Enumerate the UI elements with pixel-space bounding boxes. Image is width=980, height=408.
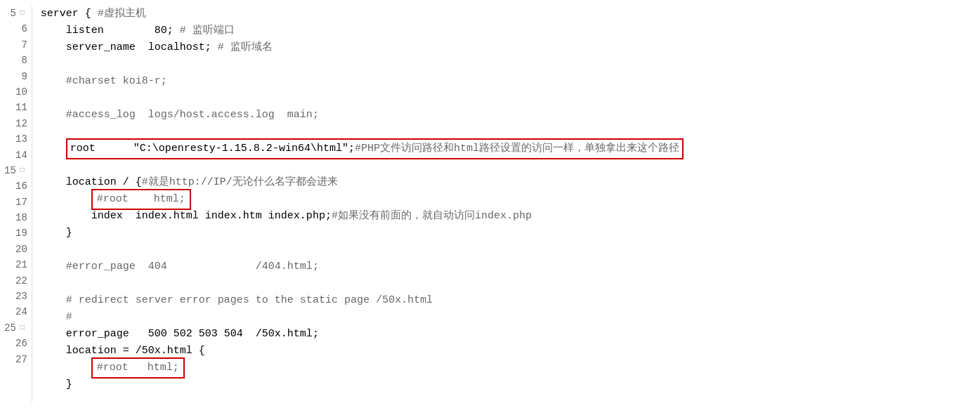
line-num-25: 25 □ [4, 320, 27, 336]
line-num-9: 9 [4, 69, 27, 84]
line-num-18: 18 [4, 210, 27, 225]
code-text-9: #charset koi8-r; [41, 73, 167, 90]
line-num-6: 6 [4, 21, 27, 37]
code-line-27: } [41, 376, 980, 393]
code-line-23: # [41, 309, 980, 326]
line-num-8: 8 [4, 53, 27, 68]
line-num-17: 17 [4, 195, 27, 210]
line-num-26: 26 [4, 336, 27, 351]
code-editor: 5 □ 6 7 8 9 10 11 12 13 14 15 □ 16 17 18… [0, 0, 980, 408]
line-number-gutter: 5 □ 6 7 8 9 10 11 12 13 14 15 □ 16 17 18… [0, 6, 32, 402]
code-line-26: #root html; [41, 360, 980, 376]
code-text-13-boxed: root "C:\openresty-1.15.8.2-win64\html";… [66, 138, 684, 159]
code-text-16-prefix [41, 191, 91, 208]
line-num-7: 7 [4, 37, 27, 53]
fold-icon-25[interactable]: □ [18, 323, 27, 333]
code-line-5: server { #虚拟主机 [41, 6, 980, 22]
line-num-11: 11 [4, 100, 27, 115]
code-line-13: root "C:\openresty-1.15.8.2-win64\html";… [41, 140, 980, 157]
line-num-16: 16 [4, 178, 27, 194]
code-line-22: # redirect server error pages to the sta… [41, 292, 980, 309]
line-num-19: 19 [4, 225, 27, 241]
code-text-16-boxed: #root html; [91, 189, 191, 210]
line-num-24: 24 [4, 304, 27, 320]
code-line-9: #charset koi8-r; [41, 73, 980, 90]
code-line-8 [41, 56, 980, 73]
code-text-26-prefix [41, 360, 91, 376]
code-content: server { #虚拟主机 listen 80; # 监听端口 server_… [38, 6, 980, 402]
code-text-20: #error_page 404 /404.html; [41, 258, 319, 275]
code-line-6: listen 80; # 监听端口 [41, 22, 980, 39]
code-line-19 [41, 242, 980, 258]
code-line-24: error_page 500 502 503 504 /50x.html; [41, 326, 980, 343]
code-text-23: # [41, 309, 72, 326]
code-text-27: } [41, 376, 72, 393]
code-text-22: # redirect server error pages to the sta… [41, 292, 433, 309]
code-line-17: index index.html index.htm index.php;#如果… [41, 208, 980, 225]
code-line-10 [41, 90, 980, 107]
code-text-6: listen 80; # 监听端口 [41, 22, 235, 39]
fold-icon-5[interactable]: □ [18, 8, 27, 18]
code-line-18: } [41, 225, 980, 242]
code-line-21 [41, 275, 980, 292]
code-line-7: server_name localhost; # 监听域名 [41, 39, 980, 56]
line-num-14: 14 [4, 147, 27, 163]
line-num-21: 21 [4, 257, 27, 272]
line-num-23: 23 [4, 289, 27, 304]
code-text-17: index index.html index.htm index.php;#如果… [41, 208, 532, 225]
line-num-27: 27 [4, 352, 27, 367]
code-text-5: server { #虚拟主机 [41, 6, 146, 22]
code-line-20: #error_page 404 /404.html; [41, 258, 980, 275]
line-num-10: 10 [4, 84, 27, 100]
code-text-7: server_name localhost; # 监听域名 [41, 39, 273, 56]
code-text-13-prefix [41, 140, 66, 157]
line-num-22: 22 [4, 273, 27, 289]
line-num-20: 20 [4, 242, 27, 257]
line-num-13: 13 [4, 131, 27, 147]
line-num-5: 5 □ [4, 6, 27, 21]
code-text-26-boxed: #root html; [91, 357, 185, 379]
line-num-12: 12 [4, 116, 27, 131]
code-line-14 [41, 157, 980, 174]
fold-icon-15[interactable]: □ [18, 166, 27, 176]
line-num-15: 15 □ [4, 163, 27, 178]
code-line-16: #root html; [41, 191, 980, 208]
code-text-24: error_page 500 502 503 504 /50x.html; [41, 326, 319, 343]
code-line-11: #access_log logs/host.access.log main; [41, 107, 980, 124]
code-text-18: } [41, 225, 72, 242]
code-text-11: #access_log logs/host.access.log main; [41, 107, 319, 124]
